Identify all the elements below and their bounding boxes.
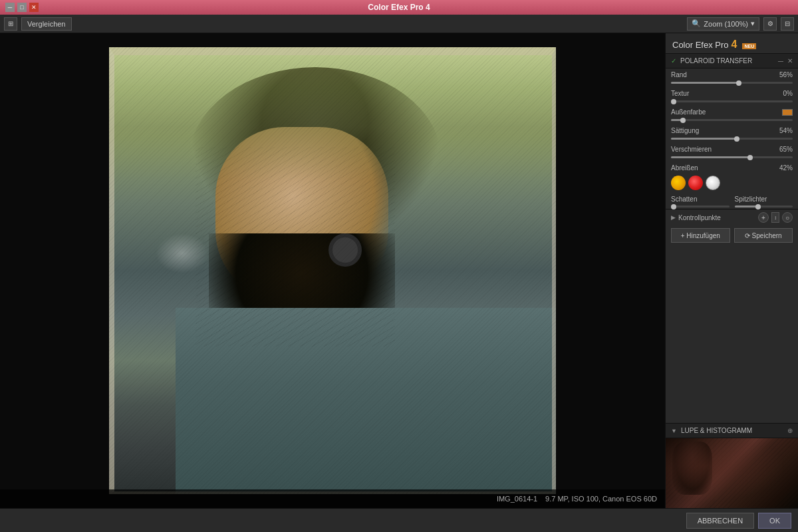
zoom-control[interactable]: 🔍 Zoom (100%) ▾: [687, 17, 759, 31]
kontroll-arrow-btn[interactable]: ↕: [771, 212, 779, 223]
panel-title-num: 4: [732, 39, 737, 51]
kontroll-add-btn[interactable]: +: [758, 212, 769, 223]
textur-slider-row[interactable]: [666, 100, 798, 106]
kontroll-expand-icon[interactable]: ▶: [671, 214, 676, 221]
abreissen-value: 42%: [773, 164, 793, 172]
lupe-preview: [666, 438, 798, 508]
photo-content: [109, 47, 556, 494]
textur-label: Textur: [671, 90, 711, 97]
schatten-label: Schatten: [671, 196, 730, 203]
textur-slider-track[interactable]: [671, 100, 793, 102]
abreissen-label: Abreißen: [671, 164, 711, 172]
color-wheel-white[interactable]: [706, 176, 720, 190]
speichern-button[interactable]: ⟳ Speichern: [734, 228, 793, 243]
zoom-label: Zoom (100%): [704, 20, 748, 28]
schatten-spitz-row: Schatten Spitzlichter: [666, 194, 798, 209]
rand-slider-track[interactable]: [671, 82, 793, 84]
section-close-icon[interactable]: ✕: [787, 57, 793, 65]
rand-label: Rand: [671, 71, 711, 78]
rand-slider-fill: [671, 82, 739, 84]
lupe-header[interactable]: ▼ LUPE & HISTOGRAMM ⊕: [666, 424, 798, 438]
spitzlichter-slider[interactable]: [735, 205, 793, 207]
abreissen-color-wheels: [666, 174, 798, 194]
layout-icon[interactable]: ⊞: [4, 17, 17, 31]
lupe-section: ▼ LUPE & HISTOGRAMM ⊕: [666, 423, 798, 508]
verschmieren-slider-row[interactable]: [666, 156, 798, 162]
textur-control-row: Textur 0%: [666, 87, 798, 100]
sattigung-label: Sättigung: [671, 127, 711, 134]
aussenfarbe-swatch[interactable]: [782, 109, 793, 116]
title-bar: ─ □ ✕ Color Efex Pro 4: [0, 0, 798, 15]
schatten-col: Schatten: [671, 196, 730, 207]
zoom-icon: 🔍: [692, 19, 701, 28]
abbrechen-button[interactable]: ABBRECHEN: [686, 513, 754, 529]
right-panel: Color Efex Pro 4 NEU ✓ POLAROID TRANSFER…: [665, 33, 798, 508]
color-wheel-red[interactable]: [688, 176, 703, 190]
settings-icon[interactable]: ⚙: [763, 17, 777, 31]
aussenfarbe-slider-thumb[interactable]: [680, 118, 686, 123]
photo-frame: [109, 47, 556, 494]
grid-icon[interactable]: ⊟: [781, 17, 794, 31]
sketch-overlay: [109, 47, 556, 494]
rand-slider-row[interactable]: [666, 81, 798, 87]
aussenfarbe-slider-track[interactable]: [671, 119, 793, 121]
lupe-label: LUPE & HISTOGRAMM: [681, 427, 752, 434]
panel-title-text: Color Efex Pro: [672, 40, 729, 50]
action-row: + Hinzufügen ⟳ Speichern: [666, 225, 798, 245]
sattigung-slider-track[interactable]: [671, 138, 793, 140]
panel-header: Color Efex Pro 4 NEU: [666, 33, 798, 54]
verschmieren-slider-thumb[interactable]: [747, 155, 753, 160]
zoom-arrow: ▾: [751, 19, 755, 28]
sattigung-value: 54%: [773, 127, 793, 134]
maximize-button[interactable]: □: [17, 3, 27, 12]
lupe-sketch: [666, 438, 798, 508]
verschmieren-value: 65%: [773, 146, 793, 153]
textur-slider-thumb[interactable]: [671, 99, 676, 104]
schatten-slider[interactable]: [671, 205, 730, 207]
bottom-bar: ABBRECHEN OK: [0, 508, 798, 532]
color-wheel-yellow[interactable]: [671, 176, 686, 190]
ok-button[interactable]: OK: [758, 513, 791, 529]
minimize-button[interactable]: ─: [5, 3, 15, 12]
toolbar: ⊞ Vergleichen 🔍 Zoom (100%) ▾ ⚙ ⊟: [0, 15, 798, 33]
photo-details: 9.7 MP, ISO 100, Canon EOS 60D: [545, 495, 657, 503]
close-button[interactable]: ✕: [29, 3, 39, 12]
collapse-icon[interactable]: —: [778, 58, 783, 64]
rand-value: 56%: [773, 71, 793, 78]
sattigung-slider-fill: [671, 138, 737, 140]
sattigung-slider-thumb[interactable]: [734, 136, 739, 142]
rand-slider-thumb[interactable]: [736, 80, 741, 86]
aussenfarbe-slider-row[interactable]: [666, 118, 798, 124]
kontrollpunkte-label: Kontrollpunkte: [678, 214, 755, 221]
spitzlichter-thumb[interactable]: [755, 204, 761, 209]
rand-control-row: Rand 56%: [666, 68, 798, 81]
verschmieren-slider-fill: [671, 156, 750, 158]
sattigung-control-row: Sättigung 54%: [666, 124, 798, 137]
kontrollpunkte-row: ▶ Kontrollpunkte + ↕ ○: [666, 209, 798, 225]
verschmieren-slider-track[interactable]: [671, 156, 793, 158]
filter-name: POLAROID TRANSFER: [680, 57, 752, 65]
verschmieren-control-row: Verschmieren 65%: [666, 143, 798, 156]
compare-button[interactable]: Vergleichen: [21, 17, 72, 31]
lupe-face: [672, 442, 712, 495]
hinzufugen-button[interactable]: + Hinzufügen: [671, 228, 730, 243]
main-layout: IMG_0614-1 9.7 MP, ISO 100, Canon EOS 60…: [0, 33, 798, 508]
filename: IMG_0614-1: [497, 495, 537, 503]
polaroid-section-header[interactable]: ✓ POLAROID TRANSFER — ✕: [666, 54, 798, 68]
aussenfarbe-label: Außenfarbe: [671, 108, 711, 116]
verschmieren-label: Verschmieren: [671, 146, 712, 153]
lupe-image: [666, 438, 798, 508]
spitzlichter-label: Spitzlichter: [735, 196, 793, 203]
check-icon: ✓: [671, 57, 676, 65]
textur-value: 0%: [773, 90, 793, 97]
window-title: Color Efex Pro 4: [39, 3, 759, 12]
lupe-expand-icon: ▼: [671, 428, 677, 434]
sattigung-slider-row[interactable]: [666, 137, 798, 143]
panel-title: Color Efex Pro 4 NEU: [672, 39, 791, 51]
canvas-area: IMG_0614-1 9.7 MP, ISO 100, Canon EOS 60…: [0, 33, 665, 508]
new-badge: NEU: [742, 43, 756, 49]
schatten-thumb[interactable]: [671, 204, 676, 209]
kontroll-circle-btn[interactable]: ○: [782, 212, 793, 223]
abreissen-control-row: Abreißen 42%: [666, 162, 798, 174]
aussenfarbe-control-row: Außenfarbe: [666, 106, 798, 118]
